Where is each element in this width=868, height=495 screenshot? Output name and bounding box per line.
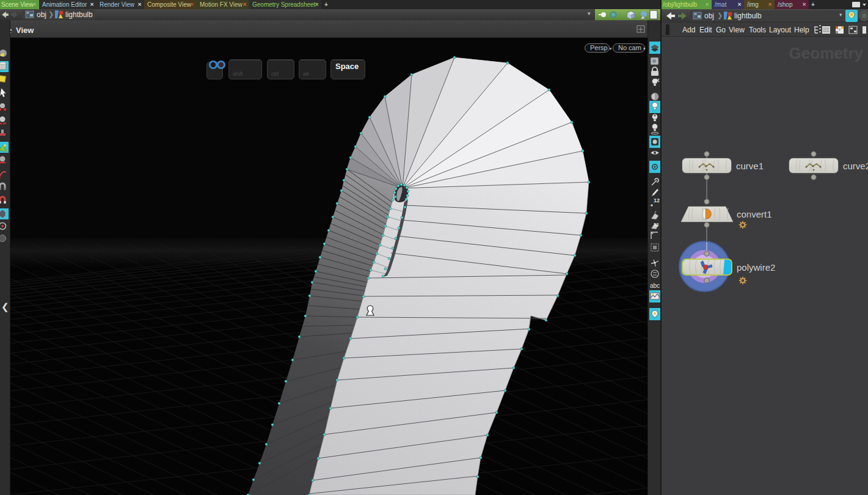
svg-text:abc: abc: [650, 282, 660, 289]
svg-text:convert1: convert1: [737, 209, 772, 219]
svg-text:12: 12: [654, 222, 658, 227]
svg-text:curve2: curve2: [843, 161, 868, 171]
svg-text:curve1: curve1: [736, 161, 764, 171]
svg-text:polywire2: polywire2: [737, 262, 775, 273]
svg-text:12: 12: [654, 197, 660, 204]
